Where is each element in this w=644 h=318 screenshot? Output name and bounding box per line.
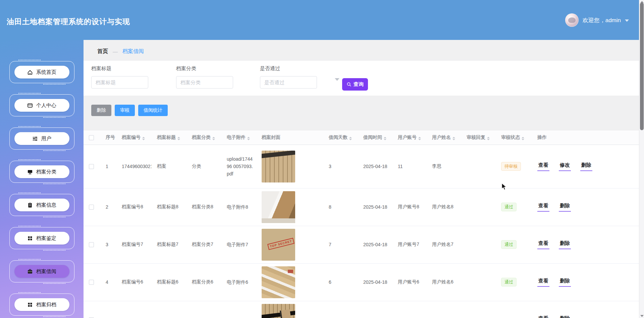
search-icon [346,82,352,87]
edit-button[interactable]: 修改 [559,162,571,171]
archive-cover-image[interactable] [262,191,295,223]
col-title[interactable]: 档案标题 [152,130,186,145]
sliders-icon [32,136,38,142]
status-badge: 通过 [501,203,517,211]
chevron-down-icon[interactable] [625,19,629,22]
main-content: 首页 — 档案借阅 档案标题 档案分类 是否通过 查询 删 [84,40,639,318]
page-scrollbar[interactable] [639,0,644,318]
col-category[interactable]: 档案分类 [186,130,221,145]
status-badge: 通过 [501,278,517,286]
view-button[interactable]: 查看 [537,162,549,171]
user-avatar[interactable] [565,13,579,27]
search-button[interactable]: 查询 [342,78,368,91]
archive-title-input[interactable] [91,76,148,89]
table-row: 3 档案编号7 档案标题7 档案分类7 电子附件7 TOP SECRET 7 2… [84,226,639,263]
grid-icon [27,235,33,241]
sidebar-item-label: 档案分类 [36,169,56,175]
archive-category-input[interactable] [176,76,233,89]
monitor-icon [27,169,33,175]
archive-cover-image[interactable] [262,266,295,298]
view-button[interactable]: 查看 [537,203,549,212]
sidebar-item-label: 个人中心 [36,102,56,109]
sidebar-item-archive-filing[interactable]: 档案归档 [8,292,76,317]
sort-icon[interactable] [349,137,352,140]
sort-icon[interactable] [452,137,455,140]
filter-archive-category: 档案分类 [176,65,233,89]
sidebar-item-label: 用户 [41,136,51,142]
sidebar-item-home[interactable]: 系统首页 [8,59,76,85]
filter-label: 档案分类 [176,65,233,72]
row-checkbox[interactable] [89,280,94,285]
sidebar-item-archive-appraisal[interactable]: 档案鉴定 [8,225,76,251]
table-row: 2 档案编号8 档案标题8 档案分类8 电子附件8 8 2025-04-18 用… [84,188,639,226]
sidebar-item-label: 档案借阅 [36,268,56,275]
sort-icon[interactable] [177,137,180,140]
sort-icon[interactable] [212,137,215,140]
select-chevron-down-icon[interactable] [335,78,339,81]
col-account[interactable]: 用户账号 [392,130,427,145]
row-checkbox[interactable] [89,242,94,247]
delete-row-button[interactable]: 删除 [559,203,571,212]
top-secret-stamp: TOP SECRET [267,237,294,250]
col-actions: 操作 [532,130,639,145]
sort-icon[interactable] [522,137,524,140]
sidebar-item-users[interactable]: 用户 [8,126,76,151]
scrollbar-thumb[interactable] [640,3,644,130]
table-row: 查看 删除 [84,301,639,318]
sidebar-nav: 系统首页 个人中心 用户 [0,40,84,318]
archive-borrow-table: 序号 档案编号 档案标题 档案分类 电子附件 档案封面 借阅天数 借阅时间 用户… [84,130,639,318]
col-attachment[interactable]: 电子附件 [221,130,256,145]
view-button[interactable]: 查看 [537,240,549,249]
delete-row-button[interactable]: 删除 [559,240,571,249]
breadcrumb-home-link[interactable]: 首页 [97,48,108,55]
sort-icon[interactable] [142,137,145,140]
pass-status-select[interactable] [260,76,317,89]
archive-cover-image[interactable] [262,151,295,182]
app-window: 油田土地档案管理系统的设计与实现 欢迎您，admin 系统首页 个人 [0,0,644,318]
table-row: 1 1744960030211 档案 分类 upload/174496 0057… [84,145,639,188]
breadcrumb-current[interactable]: 档案借阅 [122,48,144,55]
clipboard-icon [27,202,33,208]
breadcrumb: 首页 — 档案借阅 [97,48,144,55]
delete-row-button[interactable]: 删除 [559,278,571,287]
row-checkbox[interactable] [89,205,94,210]
top-header-bar: 油田土地档案管理系统的设计与实现 欢迎您，admin [0,0,639,40]
sort-icon[interactable] [487,137,490,140]
page-title: 油田土地档案管理系统的设计与实现 [7,17,130,27]
col-index[interactable]: 序号 [100,130,116,145]
home-icon [27,69,33,75]
sidebar-item-label: 档案归档 [36,302,56,308]
col-archive-no[interactable]: 档案编号 [116,130,152,145]
delete-button[interactable]: 删除 [91,105,111,116]
filter-pass-status: 是否通过 [260,65,340,89]
sidebar-item-label: 系统首页 [36,69,56,75]
select-all-checkbox[interactable] [89,135,94,140]
table-row: 4 档案编号6 档案标题6 档案分类6 电子附件6 6 2025-04-18 用… [84,263,639,301]
col-user-name[interactable]: 用户姓名 [427,130,461,145]
sidebar-item-label: 档案信息 [36,202,56,208]
col-borrow-date[interactable]: 借阅时间 [358,130,392,145]
sidebar-item-profile[interactable]: 个人中心 [8,93,76,118]
view-button[interactable]: 查看 [537,315,549,318]
archive-cover-image[interactable]: TOP SECRET [262,229,295,261]
borrow-stats-button[interactable]: 借阅统计 [138,105,168,116]
user-menu[interactable]: 欢迎您，admin [565,13,629,27]
col-review-reply[interactable]: 审核回复 [461,130,496,145]
view-button[interactable]: 查看 [537,278,549,287]
archive-cover-image[interactable] [262,304,295,318]
table-header-row: 序号 档案编号 档案标题 档案分类 电子附件 档案封面 借阅天数 借阅时间 用户… [84,130,639,145]
sidebar-item-archive-category[interactable]: 档案分类 [8,159,76,184]
delete-row-button[interactable]: 删除 [580,162,592,171]
sort-icon[interactable] [418,137,421,140]
status-badge: 通过 [501,240,517,249]
review-button[interactable]: 审核 [115,105,135,116]
col-review-status[interactable]: 审核状态 [496,130,532,145]
row-checkbox[interactable] [89,164,94,169]
sort-icon[interactable] [384,137,386,140]
delete-row-button[interactable]: 删除 [559,315,571,318]
col-days[interactable]: 借阅天数 [323,130,358,145]
sidebar-item-archive-borrow[interactable]: 档案借阅 [8,259,76,284]
scroll-down-arrow-icon[interactable] [640,315,644,317]
sort-icon[interactable] [247,137,250,140]
sidebar-item-archive-info[interactable]: 档案信息 [8,192,76,218]
